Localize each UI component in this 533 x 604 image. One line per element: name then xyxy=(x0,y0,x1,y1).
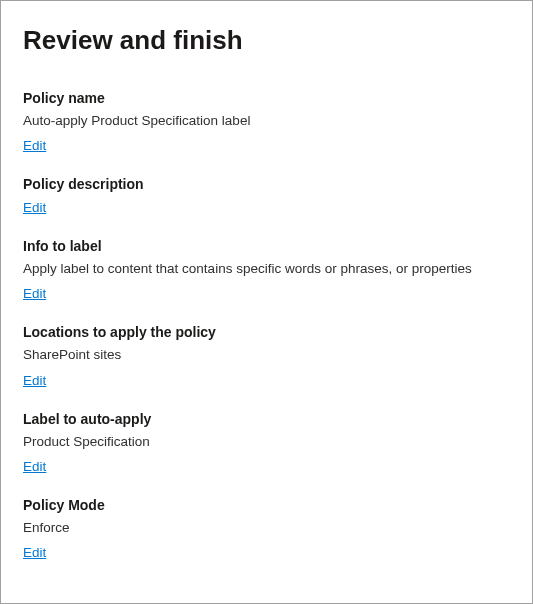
edit-policy-description-link[interactable]: Edit xyxy=(23,200,46,215)
locations-value: SharePoint sites xyxy=(23,346,510,364)
edit-policy-mode-link[interactable]: Edit xyxy=(23,545,46,560)
policy-name-label: Policy name xyxy=(23,90,510,106)
edit-policy-name-link[interactable]: Edit xyxy=(23,138,46,153)
section-policy-mode: Policy Mode Enforce Edit xyxy=(23,497,510,561)
locations-label: Locations to apply the policy xyxy=(23,324,510,340)
page-title: Review and finish xyxy=(23,25,510,56)
label-to-apply-label: Label to auto-apply xyxy=(23,411,510,427)
section-label-to-apply: Label to auto-apply Product Specificatio… xyxy=(23,411,510,475)
section-info-to-label: Info to label Apply label to content tha… xyxy=(23,238,510,302)
section-locations: Locations to apply the policy SharePoint… xyxy=(23,324,510,388)
edit-label-to-apply-link[interactable]: Edit xyxy=(23,459,46,474)
policy-name-value: Auto-apply Product Specification label xyxy=(23,112,510,130)
section-policy-name: Policy name Auto-apply Product Specifica… xyxy=(23,90,510,154)
edit-info-to-label-link[interactable]: Edit xyxy=(23,286,46,301)
info-to-label-value: Apply label to content that contains spe… xyxy=(23,260,510,278)
review-panel: Review and finish Policy name Auto-apply… xyxy=(0,0,533,604)
policy-description-label: Policy description xyxy=(23,176,510,192)
edit-locations-link[interactable]: Edit xyxy=(23,373,46,388)
section-policy-description: Policy description Edit xyxy=(23,176,510,216)
policy-mode-label: Policy Mode xyxy=(23,497,510,513)
info-to-label-label: Info to label xyxy=(23,238,510,254)
label-to-apply-value: Product Specification xyxy=(23,433,510,451)
policy-mode-value: Enforce xyxy=(23,519,510,537)
